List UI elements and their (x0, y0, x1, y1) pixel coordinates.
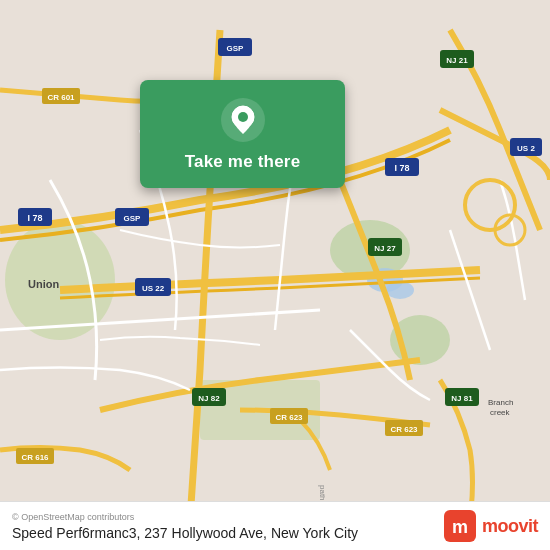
svg-text:Branch: Branch (488, 398, 513, 407)
svg-text:NJ 81: NJ 81 (451, 394, 473, 403)
bottom-info: © OpenStreetMap contributors Speed Perf6… (12, 512, 358, 541)
svg-text:GSP: GSP (124, 214, 142, 223)
svg-text:m: m (452, 517, 468, 537)
svg-text:CR 623: CR 623 (275, 413, 303, 422)
location-card: Take me there (140, 80, 345, 188)
svg-text:I 78: I 78 (394, 163, 409, 173)
map-container: I 78 I 78 GSP GSP US 22 NJ 21 NJ 27 US 2… (0, 0, 550, 550)
svg-text:NJ 21: NJ 21 (446, 56, 468, 65)
map-attribution: © OpenStreetMap contributors (12, 512, 358, 522)
location-address: Speed Perf6rmanc3, 237 Hollywood Ave, Ne… (12, 525, 358, 541)
svg-text:path: path (318, 485, 327, 501)
location-pin-icon (221, 98, 265, 142)
svg-text:Union: Union (28, 278, 59, 290)
moovit-logo: m moovit (444, 510, 538, 542)
svg-text:NJ 82: NJ 82 (198, 394, 220, 403)
svg-text:NJ 27: NJ 27 (374, 244, 396, 253)
svg-text:CR 601: CR 601 (47, 93, 75, 102)
svg-text:CR 623: CR 623 (390, 425, 418, 434)
svg-text:GSP: GSP (227, 44, 245, 53)
svg-text:CR 616: CR 616 (21, 453, 49, 462)
svg-point-43 (238, 112, 248, 122)
svg-text:I 78: I 78 (27, 213, 42, 223)
moovit-brand-text: moovit (482, 516, 538, 537)
bottom-bar: © OpenStreetMap contributors Speed Perf6… (0, 501, 550, 550)
svg-text:US 2: US 2 (517, 144, 535, 153)
moovit-icon: m (444, 510, 476, 542)
svg-text:creek: creek (490, 408, 511, 417)
svg-text:US 22: US 22 (142, 284, 165, 293)
take-me-there-button[interactable]: Take me there (185, 152, 301, 172)
